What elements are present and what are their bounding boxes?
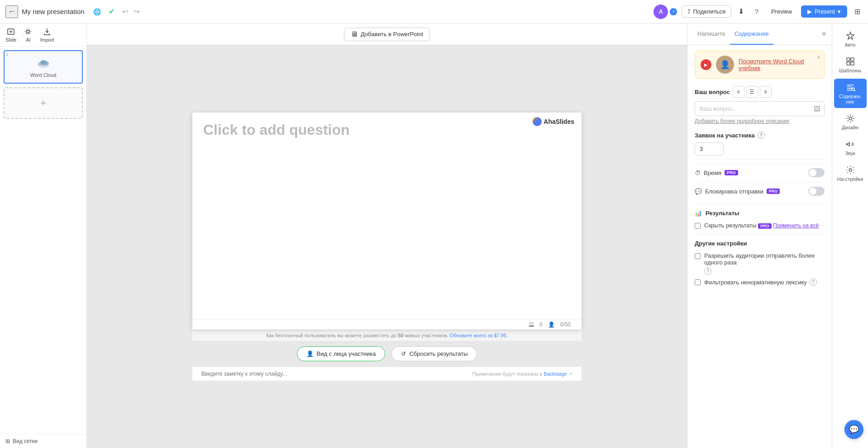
hide-results-checkbox[interactable] [695,223,701,229]
avatar: A [653,5,668,19]
participant-label: Вид с лица участника [317,350,376,357]
svg-rect-11 [851,62,854,65]
align-left-button[interactable]: ≡ [733,86,744,98]
promo-banner: ▶ 👤 Посмотрите Word Cloud учебник × [695,51,825,79]
time-label: ⏱ Время PRO [695,170,738,176]
powerpoint-label: Добавить в PowerPoint [361,31,423,38]
reset-icon: ↺ [401,350,406,357]
promo-close-button[interactable]: × [817,54,820,61]
templates-icon [845,57,855,66]
design-tool[interactable]: Дизайн [834,110,867,134]
promo-bar-text: Как бесплатный пользователь вы можете ра… [266,333,397,338]
filter-profanity-row: Фильтровать ненормативную лексику ? [695,277,825,288]
settings-icon [845,165,855,175]
back-button[interactable]: ← [5,5,18,18]
svg-rect-8 [847,58,850,61]
help-button[interactable]: ? [751,6,762,17]
preview-button[interactable]: Preview [767,6,796,17]
promo-mid: живых участников. [405,333,448,338]
hide-results-text: Скрыть результаты [704,222,757,229]
time-toggle[interactable] [808,168,825,177]
promo-link[interactable]: Посмотрите Word Cloud учебник [739,58,804,71]
question-input[interactable] [695,101,825,116]
time-pro-badge: PRO [725,170,738,175]
submissions-input[interactable] [695,142,724,156]
add-description-link[interactable]: Добавить более подробное описание [695,118,825,124]
slide-toolbar: Slide AI Import [0,24,86,47]
svg-point-14 [849,169,852,171]
submissions-help-icon[interactable]: ? [758,132,765,139]
question-area[interactable]: Click to add question [192,113,582,319]
notes-bar: Примечания будут показаны в Backstage ↗ [192,367,582,381]
presentation-title: My new presentation [22,8,84,15]
time-toggle-row: ⏱ Время PRO [695,163,825,182]
votes-icon: 🗳 [529,321,534,328]
sound-tool[interactable]: Звук [834,136,867,160]
download-button[interactable]: ⬇ [736,6,747,17]
align-right-button[interactable]: ≡ [760,86,772,98]
slide-thumb-inner-1: Word Cloud [5,51,82,83]
results-label: Результаты [706,210,739,217]
add-user-button[interactable]: + [670,8,677,15]
slide-tool-label: Slide [5,37,16,42]
backstage-link[interactable]: Backstage [544,371,567,377]
notes-right-text: Примечания будут показаны в [472,371,543,377]
timer-icon: ⏱ [695,170,701,176]
content-icon [845,82,855,92]
canvas-actions: 👤 Вид с лица участника ↺ Сбросить резуль… [192,341,582,367]
globe-icon: 🌐 [91,6,102,17]
add-to-powerpoint-button[interactable]: 🖥 Добавить в PowerPoint [344,28,430,41]
image-icon[interactable]: 🖼 [814,105,820,113]
import-tool[interactable]: Import [40,27,54,42]
auto-icon [845,31,855,41]
votes-count: 0 [539,321,543,328]
share-label: Поделиться [693,8,725,15]
far-right-panel: Авто Шаблоны Содержа-ние Дизайн Звук На-… [832,24,868,448]
chat-button[interactable]: 💬 [844,420,863,439]
stats-button[interactable]: ⊞ [852,6,863,17]
present-button[interactable]: ▶ Present ▾ [801,5,847,18]
slide-thumb-1[interactable]: 1 Word Cloud [4,50,83,84]
share-button[interactable]: ⤴ Поделиться [682,5,731,18]
allow-multiple-help[interactable]: ? [704,268,711,275]
block-pro-badge: PRO [767,189,780,194]
hide-results-label: Скрыть результаты PRO Применить на всё [704,222,819,229]
design-label: Дизайн [842,125,858,130]
block-label: 💬 Блокировка отправки PRO [695,188,780,195]
redo-button[interactable]: ↪ [132,6,141,17]
notes-input[interactable] [201,371,472,377]
stats-bar: 🗳 0 👤 0/50 [192,319,582,330]
block-toggle[interactable] [808,187,825,196]
tab-content[interactable]: Содержание [730,24,773,45]
slide-canvas[interactable]: AhaSlides Click to add question 🗳 0 👤 0/… [192,113,582,330]
align-center-button[interactable]: ☰ [746,86,758,98]
other-settings-label: Другие настройки [695,240,747,247]
ai-tool[interactable]: AI [24,27,33,42]
right-content: ▶ 👤 Посмотрите Word Cloud учебник × Ваш … [687,45,832,448]
filter-profanity-checkbox[interactable] [695,279,701,285]
history-controls: ↩ ↪ [120,6,141,17]
undo-button[interactable]: ↩ [120,6,130,17]
upgrade-link[interactable]: Обновите всего за $7.95. [450,333,508,338]
results-icon: 📊 [695,210,702,217]
templates-tool[interactable]: Шаблоны [834,53,867,77]
reset-button[interactable]: ↺ Сбросить результаты [391,346,477,361]
present-chevron-icon: ▾ [838,8,841,15]
promo-play-icon[interactable]: ▶ [701,59,711,70]
participant-view-button[interactable]: 👤 Вид с лица участника [297,346,386,361]
canvas-footer: Как бесплатный пользователь вы можете ра… [192,330,582,341]
content-tool[interactable]: Содержа-ние [834,79,867,108]
add-slide-tool[interactable]: Slide [5,27,16,42]
filter-help[interactable]: ? [810,278,817,286]
right-panel-close[interactable]: × [821,29,826,39]
allow-multiple-checkbox[interactable] [695,253,701,259]
auto-tool[interactable]: Авто [834,27,867,51]
settings-tool[interactable]: На-стройки [834,161,867,185]
grid-view-button[interactable]: ⊞ Вид сетки [0,434,86,448]
allow-multiple-label: Разрешить аудитории отправлять более одн… [704,252,825,266]
time-label-text: Время [704,170,721,176]
apply-all-link[interactable]: Применить на всё [773,222,819,229]
add-slide-button[interactable]: + [4,87,83,119]
notes-right: Примечания будут показаны в Backstage ↗ [472,371,572,377]
tab-write[interactable]: Напишите [693,24,730,45]
